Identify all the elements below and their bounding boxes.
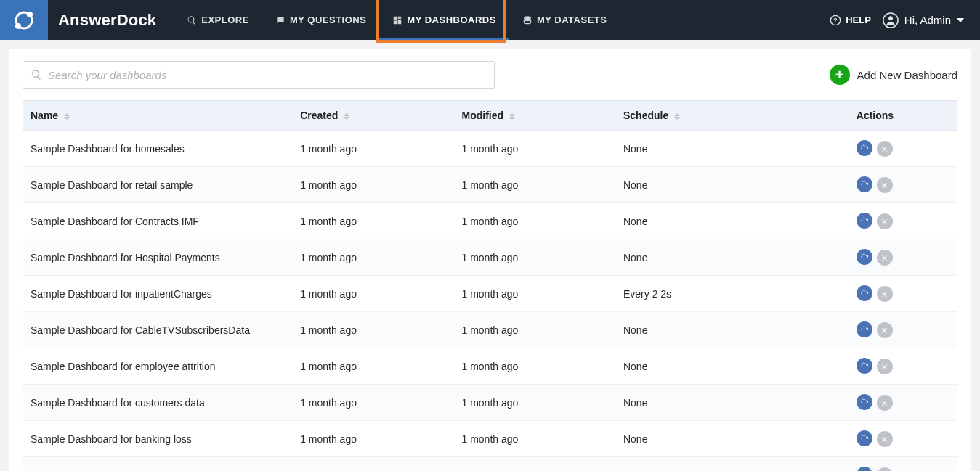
refresh-icon	[859, 361, 869, 371]
cell-actions	[849, 239, 957, 276]
chat-icon	[275, 15, 286, 25]
cell-created: 1 month ago	[293, 385, 454, 421]
delete-button[interactable]	[877, 177, 893, 193]
brand-name: AnswerDock	[48, 11, 174, 30]
nav-user-menu[interactable]: Hi, Admin	[883, 12, 964, 28]
cell-created: 1 month ago	[293, 457, 454, 472]
refresh-button[interactable]	[857, 430, 872, 446]
table-row[interactable]: Sample Dashboard for inpatientCharges1 m…	[23, 276, 957, 312]
close-icon	[880, 327, 888, 335]
cell-schedule: None	[616, 131, 849, 167]
refresh-button[interactable]	[857, 358, 872, 374]
cell-schedule: None	[616, 385, 849, 421]
close-icon	[880, 181, 888, 189]
refresh-button[interactable]	[857, 467, 872, 471]
table-row[interactable]: Sample Dashboard for Hospital Payments1 …	[23, 239, 957, 276]
cell-schedule: None	[616, 457, 849, 472]
nav-my-datasets[interactable]: MY DATASETS	[509, 0, 620, 40]
table-row[interactable]: Sample Dashboard for homesales1 month ag…	[23, 131, 957, 167]
cell-created: 1 month ago	[293, 203, 454, 239]
cell-schedule: None	[616, 203, 849, 239]
cell-actions	[849, 203, 957, 239]
table-row[interactable]: Sample Dashboard for CableTVSubscribersD…	[23, 312, 957, 348]
delete-button[interactable]	[877, 322, 893, 338]
cell-name: Sample Dashboard for retail sample	[23, 167, 293, 203]
page: + Add New Dashboard Name Created Modifie…	[0, 40, 980, 471]
close-icon	[880, 363, 888, 371]
cell-name: Sample Dashboard for employee attrition	[23, 348, 293, 385]
cell-created: 1 month ago	[293, 167, 454, 203]
toolbar: + Add New Dashboard	[23, 61, 957, 89]
dashboard-icon	[392, 15, 402, 25]
delete-button[interactable]	[877, 359, 893, 374]
cell-name: Sample Dashboard for Hospital Payments	[23, 239, 293, 276]
delete-button[interactable]	[877, 286, 893, 302]
cell-modified: 1 month ago	[455, 312, 616, 348]
delete-button[interactable]	[877, 250, 893, 266]
svg-point-1	[27, 12, 33, 17]
cell-name: Sample Dashboard for CableTVSubscribersD…	[23, 312, 293, 348]
close-icon	[880, 254, 888, 262]
refresh-icon	[859, 398, 869, 407]
nav-explore[interactable]: EXPLORE	[174, 0, 262, 40]
sort-icon	[674, 113, 680, 120]
refresh-button[interactable]	[857, 394, 872, 410]
refresh-button[interactable]	[857, 213, 872, 229]
header-created[interactable]: Created	[293, 101, 454, 131]
sort-icon	[509, 113, 515, 120]
refresh-button[interactable]	[857, 249, 872, 265]
cell-schedule: Every 2 2s	[616, 276, 849, 312]
delete-button[interactable]	[877, 141, 893, 157]
nav-help[interactable]: ? HELP	[830, 15, 871, 26]
cell-created: 1 month ago	[293, 348, 454, 385]
close-icon	[880, 435, 888, 443]
caret-down-icon	[957, 18, 964, 22]
cell-name: Sample Dashboard for homesales	[23, 131, 293, 167]
cell-modified: 1 month ago	[455, 131, 616, 167]
table-row[interactable]: Sample Dashboard for banking loss1 month…	[23, 421, 957, 457]
delete-button[interactable]	[877, 467, 893, 471]
search-dashboards[interactable]	[23, 61, 495, 89]
cell-actions	[849, 276, 957, 312]
table-row[interactable]: Sample Dashboard for service agent perfo…	[23, 457, 957, 472]
add-dashboard-button[interactable]: + Add New Dashboard	[830, 65, 957, 85]
table-row[interactable]: Sample Dashboard for employee attrition1…	[23, 348, 957, 385]
cell-name: Sample Dashboard for service agent perfo…	[23, 457, 293, 472]
delete-button[interactable]	[877, 431, 893, 447]
refresh-button[interactable]	[857, 285, 872, 301]
cell-actions	[849, 385, 957, 421]
svg-point-2	[15, 23, 21, 29]
header-schedule[interactable]: Schedule	[616, 101, 849, 131]
close-icon	[880, 290, 888, 298]
refresh-button[interactable]	[857, 321, 872, 337]
delete-button[interactable]	[877, 213, 893, 229]
sort-icon	[344, 113, 349, 120]
table-row[interactable]: Sample Dashboard for customers data1 mon…	[23, 385, 957, 421]
cell-schedule: None	[616, 239, 849, 276]
cell-schedule: None	[616, 312, 849, 348]
logo-icon	[12, 9, 36, 32]
nav-my-dashboards[interactable]: MY DASHBOARDS	[379, 0, 509, 40]
cell-created: 1 month ago	[293, 131, 454, 167]
sort-icon	[64, 113, 70, 120]
cell-created: 1 month ago	[293, 276, 454, 312]
header-actions: Actions	[849, 101, 957, 131]
header-name[interactable]: Name	[23, 101, 293, 131]
cell-actions	[849, 421, 957, 457]
nav-my-questions[interactable]: MY QUESTIONS	[262, 0, 379, 40]
cell-created: 1 month ago	[293, 239, 454, 276]
delete-button[interactable]	[877, 395, 893, 411]
refresh-button[interactable]	[857, 176, 872, 192]
header-modified[interactable]: Modified	[455, 101, 616, 131]
cell-modified: 1 month ago	[455, 385, 616, 421]
cell-schedule: None	[616, 348, 849, 385]
cell-actions	[849, 348, 957, 385]
search-input[interactable]	[48, 69, 487, 81]
app-logo[interactable]	[0, 0, 48, 40]
table-row[interactable]: Sample Dashboard for retail sample1 mont…	[23, 167, 957, 203]
svg-text:?: ?	[833, 17, 837, 24]
cell-schedule: None	[616, 167, 849, 203]
table-row[interactable]: Sample Dashboard for Contracts IMF1 mont…	[23, 203, 957, 239]
refresh-icon	[859, 253, 869, 262]
refresh-button[interactable]	[857, 140, 872, 156]
